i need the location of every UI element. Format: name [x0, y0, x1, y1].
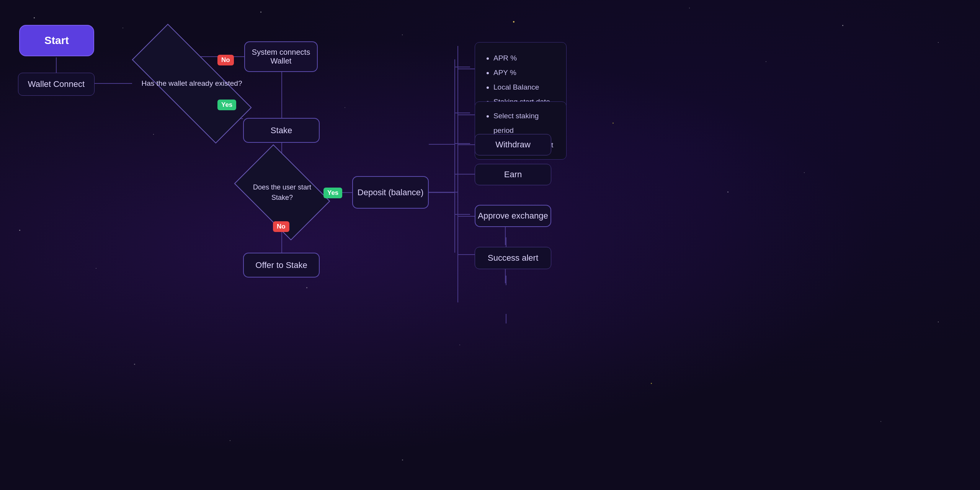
wallet-connect-node: Wallet Connect — [18, 73, 95, 96]
earn-node: Earn — [475, 164, 551, 185]
withdraw-node: Withdraw — [475, 134, 551, 155]
start-node: Start — [19, 25, 94, 56]
system-connects-node: System connects Wallet — [244, 41, 318, 72]
approve-exchange-node: Approve exchange — [475, 205, 551, 227]
success-alert-node: Success alert — [475, 247, 551, 269]
badge-yes-2: Yes — [323, 188, 342, 198]
stake-node: Stake — [243, 118, 320, 143]
offer-to-stake-node: Offer to Stake — [243, 253, 320, 278]
badge-no-1: No — [217, 55, 234, 65]
badge-no-2: No — [273, 221, 289, 232]
deposit-balance-node: Deposit (balance) — [352, 176, 429, 209]
badge-yes-1: Yes — [217, 100, 236, 110]
